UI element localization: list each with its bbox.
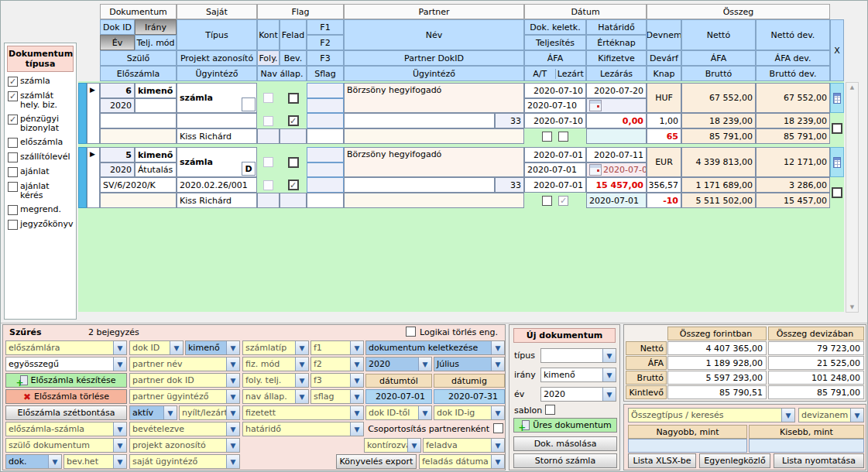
col-header-hatarido[interactable]: Határidő bbox=[586, 19, 647, 35]
checkbox[interactable] bbox=[8, 182, 18, 192]
dok-id-dropdown[interactable]: dok ID▼ bbox=[129, 340, 184, 355]
new-doc-ev-dropdown[interactable]: 2020▼ bbox=[540, 387, 616, 402]
checkbox[interactable] bbox=[8, 220, 18, 230]
col-header-netto[interactable]: Nettó bbox=[681, 19, 756, 50]
col-header-tipus[interactable]: Típus bbox=[177, 19, 257, 50]
col-header-ugyintezo[interactable]: Ügyintéző bbox=[177, 66, 257, 81]
greater-than-input[interactable] bbox=[628, 439, 747, 453]
date-from-input[interactable]: 2020-07-01 bbox=[365, 389, 432, 404]
col-header-eloszamla[interactable]: Előszámla bbox=[100, 66, 177, 81]
kontirozva-dropdown[interactable]: kontírozva▼ bbox=[364, 438, 421, 453]
col-header-teljesites[interactable]: Teljesítés bbox=[524, 35, 586, 50]
at-checkbox[interactable] bbox=[542, 132, 552, 142]
less-than-input[interactable] bbox=[749, 439, 864, 453]
col-header-dok-id[interactable]: Dok ID bbox=[100, 19, 135, 35]
doc-type-item[interactable]: számla bbox=[8, 77, 73, 87]
col-header-foly[interactable]: Foly. bbox=[257, 50, 280, 66]
fizetett-dropdown[interactable]: fizetett▼ bbox=[242, 405, 364, 420]
doc-type-item[interactable]: ajánlat bbox=[8, 167, 73, 177]
col-header-nav-allap[interactable]: Nav állap. bbox=[257, 66, 307, 81]
fiz-mod-dropdown[interactable]: fiz. mód▼ bbox=[242, 357, 309, 371]
foly-checkbox[interactable] bbox=[263, 116, 273, 126]
scroll-down-icon[interactable]: ▼ bbox=[850, 304, 854, 310]
col-header-afa[interactable]: ÁFA bbox=[681, 50, 756, 66]
table-row[interactable]: ▶ 6 kimenő számla Börzsöny hegyifogadó 2… bbox=[78, 83, 844, 144]
col-header-brutto[interactable]: Bruttó bbox=[681, 66, 756, 81]
new-doc-irany-dropdown[interactable]: kimenő▼ bbox=[540, 368, 616, 382]
bev-het-dropdown[interactable]: bev.het▼ bbox=[63, 454, 127, 469]
storno-szamla-button[interactable]: Stornó számla bbox=[513, 453, 617, 468]
col-header-f1[interactable]: F1 bbox=[307, 19, 344, 35]
logical-delete-checkbox[interactable] bbox=[406, 327, 416, 337]
doc-type-item[interactable]: előszámla bbox=[8, 138, 73, 148]
col-header-szulo[interactable]: Szülő bbox=[100, 50, 177, 66]
col-header-brutto-dev[interactable]: Bruttó dev. bbox=[756, 66, 830, 81]
bevetelezve-dropdown[interactable]: bevételezve▼ bbox=[129, 422, 240, 436]
dok-masolasa-button[interactable]: Dok. másolása bbox=[513, 436, 617, 451]
col-header-sflag[interactable]: Sflag bbox=[307, 66, 344, 81]
f3-dropdown[interactable]: f3▼ bbox=[310, 373, 364, 388]
row-selection-strip[interactable] bbox=[78, 83, 87, 144]
bev-checkbox[interactable] bbox=[288, 180, 299, 190]
lista-xlsx-button[interactable]: Lista XLSX-be bbox=[628, 453, 696, 468]
checkbox[interactable] bbox=[8, 152, 18, 162]
foly-telj-dropdown[interactable]: foly. telj.▼ bbox=[242, 373, 309, 388]
sajat-ugyintezo-dropdown[interactable]: saját ügyintéző▼ bbox=[129, 454, 240, 469]
dok-id-to-dropdown[interactable]: dok ID-ig▼ bbox=[434, 405, 505, 420]
doc-type-item[interactable]: megrend. bbox=[8, 205, 73, 215]
date-mode-dropdown[interactable]: dokumentum keletkezése▼ bbox=[365, 340, 505, 355]
row-detail-button[interactable] bbox=[830, 83, 844, 113]
eloszamla-torlese-button[interactable]: ✖Előszámla törlése bbox=[5, 389, 127, 404]
nyilt-lezart-dropdown[interactable]: nyílt/lezárt▼ bbox=[179, 405, 240, 420]
col-header-bev[interactable]: Bev. bbox=[280, 50, 307, 66]
col-header-devarf[interactable]: Devárf bbox=[647, 50, 681, 66]
f1-dropdown[interactable]: f1▼ bbox=[310, 340, 364, 355]
year-dropdown[interactable]: 2020▼ bbox=[365, 357, 432, 371]
dok-id-from-dropdown[interactable]: dok ID-től▼ bbox=[365, 405, 432, 420]
feladas-datuma-dropdown[interactable]: feladás dátuma▼ bbox=[419, 454, 505, 469]
col-header-ev[interactable]: Év bbox=[100, 35, 135, 50]
szulo-dokumentum-dropdown[interactable]: szülő dokumentum▼ bbox=[5, 438, 127, 453]
partner-nev-dropdown[interactable]: partner név▼ bbox=[129, 357, 240, 371]
month-dropdown[interactable]: Július▼ bbox=[434, 357, 505, 371]
feladva-dropdown[interactable]: feladva▼ bbox=[423, 438, 505, 453]
szamlatip-dropdown[interactable]: számlatíp▼ bbox=[242, 340, 309, 355]
lista-nyomtatasa-button[interactable]: Lista nyomtatása bbox=[774, 453, 864, 468]
doc-type-item[interactable]: jegyzőkönyv bbox=[8, 220, 73, 230]
row-selection-strip[interactable] bbox=[78, 147, 87, 208]
felad-checkbox[interactable] bbox=[288, 93, 299, 104]
col-header-dok-keletk[interactable]: Dok. keletk. bbox=[524, 19, 586, 35]
checkbox[interactable] bbox=[8, 205, 18, 215]
checkbox[interactable] bbox=[8, 138, 18, 148]
col-header-partner-ugyintezo[interactable]: Ügyintéző bbox=[344, 66, 524, 81]
egyosszegu-dropdown[interactable]: egyösszegű▼ bbox=[5, 357, 127, 371]
cell-erteknap[interactable] bbox=[586, 98, 647, 113]
devizanem-dropdown[interactable]: devizanem▼ bbox=[798, 408, 864, 422]
eloszamla-szamla-dropdown[interactable]: előszámla-számla▼ bbox=[5, 422, 127, 436]
checkbox[interactable] bbox=[8, 77, 18, 87]
doc-type-item[interactable]: számlát hely. biz. bbox=[8, 91, 73, 110]
doc-type-item[interactable]: pénzügyi bizonylat bbox=[8, 115, 73, 133]
vertical-scrollbar[interactable]: ▲▼ bbox=[846, 82, 859, 313]
date-to-input[interactable]: 2020-07-31 bbox=[434, 389, 505, 404]
col-header-projekt[interactable]: Projekt azonosító bbox=[177, 50, 257, 66]
kont-checkbox[interactable] bbox=[263, 93, 273, 103]
projekt-azonosito-dropdown[interactable]: projekt azonosító▼ bbox=[129, 438, 240, 453]
doc-type-item[interactable]: ajánlat kérés bbox=[8, 182, 73, 200]
col-header-partner-dokid[interactable]: Partner DokID bbox=[344, 50, 524, 66]
new-doc-tipus-dropdown[interactable]: ▼ bbox=[540, 348, 616, 363]
at-checkbox[interactable] bbox=[542, 196, 552, 206]
konyveles-export-button[interactable]: Könyvelés export bbox=[336, 454, 417, 469]
col-header-at-lezart[interactable]: A/TLezárt bbox=[524, 66, 586, 81]
osszegtipus-dropdown[interactable]: Összegtípus / keresés▼ bbox=[628, 408, 795, 422]
partner-ugyintezo-dropdown[interactable]: partner ügyintéző▼ bbox=[129, 389, 240, 404]
col-header-erteknap[interactable]: Értéknap bbox=[586, 35, 647, 50]
col-header-netto-dev[interactable]: Nettó dev. bbox=[756, 19, 830, 50]
col-header-felad[interactable]: Felad bbox=[280, 19, 307, 50]
sflag-dropdown[interactable]: sflag▼ bbox=[310, 389, 364, 404]
col-header-at[interactable]: A/T bbox=[525, 69, 555, 79]
col-header-knap[interactable]: Knap bbox=[647, 66, 681, 81]
foly-checkbox[interactable] bbox=[263, 180, 273, 190]
eloszamla-szetbontasa-button[interactable]: Előszámla szétbontása bbox=[5, 405, 127, 420]
dok-dropdown[interactable]: dok.▼ bbox=[5, 454, 62, 469]
